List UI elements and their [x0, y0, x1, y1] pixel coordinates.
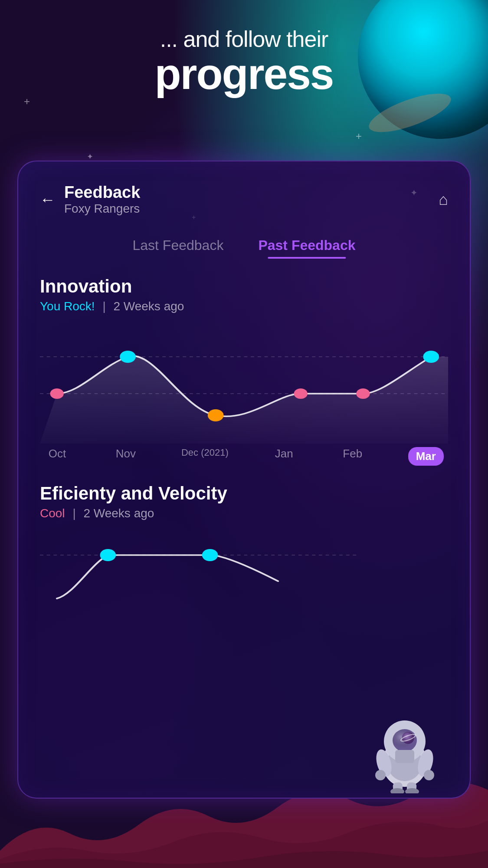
x-label-oct: Oct: [44, 447, 70, 466]
home-button[interactable]: ⌂: [439, 191, 448, 209]
app-header: ← Feedback Foxy Rangers ⌂: [18, 161, 470, 229]
innovation-section: Innovation You Rock! | 2 Weeks ago: [18, 263, 470, 466]
innovation-tag: You Rock!: [40, 299, 95, 313]
innovation-x-axis: Oct Nov Dec (2021) Jan Feb Mar: [40, 444, 448, 466]
innovation-meta: You Rock! | 2 Weeks ago: [40, 299, 448, 313]
svg-point-4: [208, 409, 224, 421]
phone-card: ✦ + ← Feedback Foxy Rangers ⌂ Last Feedb…: [17, 161, 471, 799]
team-name: Foxy Rangers: [64, 202, 140, 216]
efficiency-time: 2 Weeks ago: [83, 506, 154, 520]
meta-divider-2: |: [72, 506, 75, 520]
feedback-tabs: Last Feedback Past Feedback: [18, 229, 470, 263]
efficiency-section: Eficienty and Velocity Cool | 2 Weeks ag…: [18, 466, 470, 607]
headline-subtitle: ... and follow their: [0, 26, 488, 52]
efficiency-title: Eficienty and Velocity: [40, 483, 448, 504]
x-label-mar: Mar: [408, 447, 444, 466]
svg-point-6: [356, 388, 370, 399]
back-button[interactable]: ←: [40, 191, 56, 209]
svg-point-7: [423, 351, 439, 363]
header-left: ← Feedback Foxy Rangers: [40, 183, 140, 216]
svg-point-10: [202, 549, 218, 561]
x-label-jan: Jan: [271, 447, 297, 466]
headline-main: progress: [0, 52, 488, 95]
innovation-chart: [40, 322, 448, 444]
header-text: Feedback Foxy Rangers: [64, 183, 140, 216]
efficiency-meta: Cool | 2 Weeks ago: [40, 506, 448, 520]
headline-section: ... and follow their progress: [0, 26, 488, 95]
x-label-nov: Nov: [113, 447, 139, 466]
svg-point-9: [100, 549, 116, 561]
efficiency-chart: [40, 529, 448, 607]
x-label-dec: Dec (2021): [181, 447, 229, 466]
meta-divider-1: |: [102, 299, 105, 313]
feedback-title: Feedback: [64, 183, 140, 202]
tab-last-feedback[interactable]: Last Feedback: [132, 237, 223, 259]
svg-point-3: [120, 351, 136, 363]
svg-point-20: [375, 770, 386, 780]
x-label-feb: Feb: [340, 447, 366, 466]
astronaut-decoration: [361, 707, 448, 793]
svg-rect-22: [395, 750, 414, 763]
tab-past-feedback[interactable]: Past Feedback: [258, 237, 355, 259]
svg-point-5: [294, 388, 308, 399]
innovation-time: 2 Weeks ago: [113, 299, 184, 313]
svg-point-21: [424, 770, 434, 780]
svg-point-2: [50, 388, 64, 399]
efficiency-tag: Cool: [40, 506, 65, 520]
innovation-title: Innovation: [40, 276, 448, 297]
